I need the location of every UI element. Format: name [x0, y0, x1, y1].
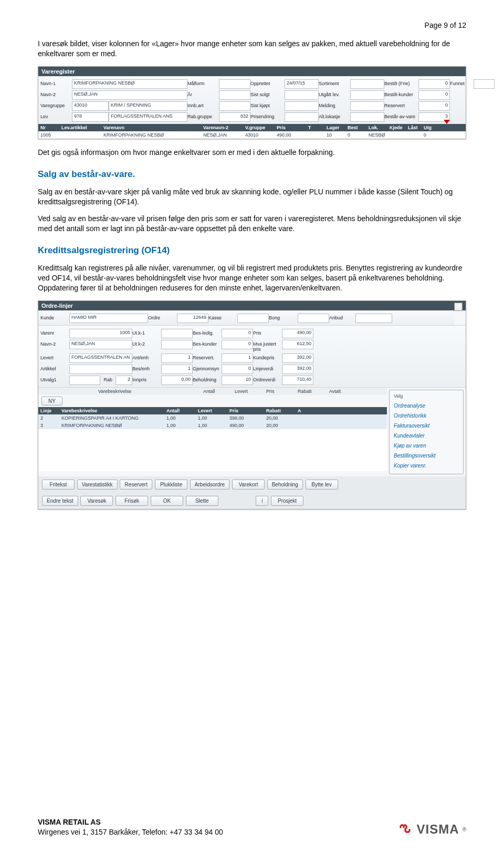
visma-swirl-icon: ಌ — [398, 821, 414, 837]
fld-altlok[interactable] — [350, 112, 384, 122]
fld-ar[interactable] — [219, 90, 250, 100]
fld-kunde[interactable]: HAMID MIR — [69, 314, 148, 323]
fld-gjennomsyn[interactable]: 0 — [222, 365, 253, 374]
fld-varenr[interactable]: 1005 — [69, 329, 132, 338]
table-row[interactable]: 2KOPIERINGSPAPIR A4 I KARTONG1,00 1,0039… — [38, 414, 387, 422]
fld-utvalg1[interactable] — [69, 376, 100, 385]
fld-reservertb[interactable]: 1 — [222, 353, 253, 363]
fld-antenh[interactable]: 1 — [161, 353, 193, 363]
fld-navn2b[interactable]: NESØ,JAN — [69, 340, 132, 349]
btn-reservert[interactable]: Reservert — [120, 480, 152, 490]
fld-mva[interactable]: 612,50 — [282, 340, 313, 349]
fld-levname[interactable]: FORLAGSSENTRALEN ANS — [109, 112, 187, 122]
fld-linjeverdi[interactable]: 392,00 — [282, 365, 313, 374]
fld-beholdning[interactable]: 10 — [222, 376, 253, 385]
btn-beholdning[interactable]: Beholdning — [267, 480, 303, 490]
lbl-mva: Mva justert pris — [253, 340, 282, 352]
fld-anbud[interactable] — [355, 314, 392, 323]
lbl-anbud: Anbud — [329, 314, 355, 323]
fld-pris[interactable]: 490,00 — [282, 329, 313, 338]
fld-besenh[interactable]: 1 — [161, 365, 193, 374]
sec1-p2: Ved salg av en består-av-vare vil prisen… — [38, 214, 466, 234]
link-ordrehistorikk[interactable]: Ordrehistorikk — [394, 411, 459, 421]
btn-slette[interactable]: Slette — [186, 496, 218, 506]
btn-ok[interactable]: OK — [151, 496, 183, 506]
table-row[interactable]: 3KRIMFORPAKNING NESBØ1,00 1,00490,0020,0… — [38, 422, 387, 429]
after-s1-paragraph: Det gis også informasjon om hvor mange e… — [38, 148, 466, 158]
btn-plukkliste[interactable]: Plukkliste — [155, 480, 187, 490]
s1-table-row[interactable]: 1005KRIMFORPAKNING NESBØ NESØ,JAN4301049… — [38, 131, 466, 139]
lbl-kasse: Kasse — [208, 314, 237, 323]
fld-funnet[interactable] — [474, 79, 495, 89]
btn-varesok[interactable]: Varesøk — [80, 496, 113, 506]
btn-prosjekt[interactable]: Prosjekt — [271, 496, 303, 506]
fld-sortiment[interactable] — [350, 79, 384, 89]
btn-endre-tekst[interactable]: Endre tekst — [42, 496, 78, 506]
visma-logo: ಌ VISMA ® — [398, 821, 466, 837]
btn-varekort[interactable]: Varekort — [232, 480, 265, 490]
fld-bestiltkunder[interactable]: 0 — [418, 90, 450, 100]
fld-ordre[interactable]: 12649 — [177, 314, 208, 323]
fld-opprettet[interactable]: 24/07/15 — [285, 79, 319, 89]
fld-reservert[interactable]: 0 — [418, 101, 450, 111]
fld-sistsolgt[interactable] — [285, 90, 319, 100]
btn-frisok[interactable]: Frisøk — [116, 496, 148, 506]
fld-utgatt[interactable] — [350, 90, 384, 100]
lbl-beholdning: Beholdning — [193, 376, 222, 385]
valg-panel: Valg Ordreanalyse Ordrehistorikk Faktura… — [389, 390, 464, 474]
fld-utk1[interactable] — [161, 329, 193, 338]
fld-utvalg1-rab[interactable]: 2 — [116, 376, 132, 385]
fld-vgcode[interactable]: 43010 — [72, 101, 109, 111]
ordrelinjer-title: Ordre-linjer ✕ — [38, 301, 466, 310]
fld-bong[interactable] — [298, 314, 329, 323]
btn-varestatistikk[interactable]: Varestatistikk — [77, 480, 118, 490]
fld-kundepris[interactable]: 392,00 — [282, 353, 313, 363]
fld-sistkjopt[interactable] — [285, 101, 319, 111]
footer-address: Wirgenes vei 1, 3157 Barkåker, Telefon: … — [38, 827, 223, 837]
btn-info[interactable]: i — [256, 496, 268, 506]
link-bestillingsoversikt[interactable]: Bestillingsoversikt — [394, 451, 459, 461]
s2-table-header: LinjeVarebeskrivelseAntall LevertPrisRab… — [38, 407, 387, 414]
section-salg-title: Salg av består-av-vare. — [38, 169, 466, 180]
lbl-besledig: Bes-ledig. — [193, 329, 222, 338]
link-kopier-varenr[interactable]: Kopier varenr. — [394, 461, 459, 471]
lbl-navn2b: Navn-2 — [40, 340, 69, 352]
fld-navn1[interactable]: KRIMFORPAKNING NESBØ — [72, 79, 187, 89]
lbl-bestaravvare: Består-av-vare — [384, 112, 418, 122]
link-kundeavtaler[interactable]: Kundeavtaler — [394, 431, 459, 441]
ny-button[interactable]: NY — [41, 397, 62, 405]
fld-kasse[interactable] — [237, 314, 269, 323]
fld-levcode[interactable]: 978 — [72, 112, 109, 122]
lbl-levert: Levert — [40, 353, 69, 363]
fld-beskunder[interactable]: 0 — [222, 340, 253, 349]
link-fakturaoversikt[interactable]: Fakturaoversikt — [394, 421, 459, 431]
fld-navn2[interactable]: NESØ,JAN — [72, 90, 187, 100]
fld-melding[interactable] — [350, 101, 384, 111]
fld-levert[interactable]: FORLAGSSENTRALEN AN — [69, 353, 132, 363]
fld-innpris[interactable]: 0,00 — [161, 376, 193, 385]
link-kjop-av-varen[interactable]: Kjøp av varen — [394, 441, 459, 451]
vareregister-title: Vareregister — [38, 67, 466, 76]
lbl-utk1: Ut.k-1 — [132, 329, 161, 338]
fld-rabgruppe[interactable]: 832 — [219, 112, 250, 122]
fld-innbart[interactable] — [219, 101, 250, 111]
link-ordreanalyse[interactable]: Ordreanalyse — [394, 401, 459, 411]
btn-fritekst[interactable]: Fritekst — [42, 480, 75, 490]
lbl-innbart: Innb.art — [187, 101, 219, 111]
btn-arbeidsordre[interactable]: Arbeidsordre — [190, 480, 229, 490]
lbl-sortiment: Sortiment — [319, 79, 350, 89]
fld-malform[interactable] — [219, 79, 250, 89]
lbl-bestiltkunder: Bestilt-kunder — [384, 90, 418, 100]
fld-besledig[interactable]: 0 — [222, 329, 253, 338]
close-icon[interactable]: ✕ — [454, 303, 463, 311]
fld-utk2[interactable] — [161, 340, 193, 349]
fld-bestiltfrie[interactable]: 0 — [418, 79, 450, 89]
fld-vgname[interactable]: KRIM / SPENNING — [109, 101, 187, 111]
s1-table-header: NrLev.artikkelVarenavn Varenavn-2V.grupp… — [38, 124, 466, 131]
fld-ordreverdi[interactable]: 710,40 — [282, 376, 313, 385]
btn-bytte-lev[interactable]: Bytte lev — [306, 480, 338, 490]
lbl-sistkjopt: Sist kjøpt — [250, 101, 285, 111]
fld-prisendring[interactable] — [285, 112, 319, 122]
fld-artikkel[interactable] — [69, 365, 132, 374]
lbl-malform: Målform — [187, 79, 219, 89]
